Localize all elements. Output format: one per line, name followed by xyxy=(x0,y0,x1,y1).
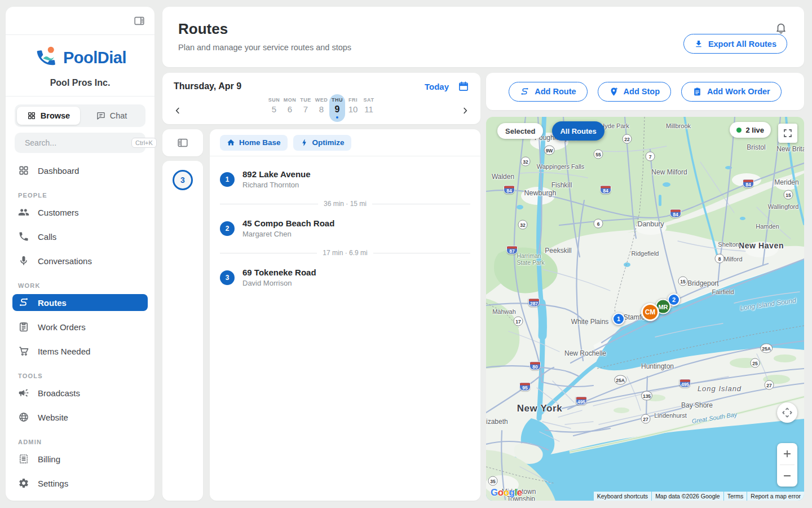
travel-leg-label: 17 min · 6.9 mi xyxy=(323,249,367,257)
phone-icon xyxy=(18,231,29,242)
sidebar-item-customers[interactable]: Customers xyxy=(12,204,148,221)
action-button-label: Add Work Order xyxy=(707,87,770,96)
optimize-chip[interactable]: Optimize xyxy=(293,135,351,151)
sidebar-item-dashboard[interactable]: Dashboard xyxy=(12,162,148,179)
route-stop-count-badge[interactable]: 3 xyxy=(173,170,193,190)
selected-map-toggle[interactable]: Selected xyxy=(497,123,543,139)
nav-section-heading: TOOLS xyxy=(12,367,148,384)
google-logo[interactable]: Google xyxy=(491,487,522,498)
tab-label: Browse xyxy=(41,111,70,120)
globe-icon xyxy=(18,411,29,423)
stop-row[interactable]: 245 Compo Beach RoadMargaret Chen xyxy=(220,211,470,246)
sidebar-item-items-needed[interactable]: Items Needed xyxy=(12,343,148,360)
selected-day-dot xyxy=(289,116,291,118)
attribution-item[interactable]: Report a map error xyxy=(747,492,804,501)
stop-customer: Margaret Chen xyxy=(242,230,334,238)
selected-day-dot xyxy=(304,116,307,118)
live-badge[interactable]: 2 live xyxy=(730,122,771,138)
sidebar-item-website[interactable]: Website xyxy=(12,409,148,426)
sidebar-item-label: Conversations xyxy=(38,256,92,266)
prev-week-icon[interactable] xyxy=(173,106,183,116)
day-mon[interactable]: MON6 xyxy=(282,94,298,121)
map-marker-cm[interactable]: CM xyxy=(641,303,659,321)
stop-address: 45 Compo Beach Road xyxy=(242,218,334,228)
calendar-icon[interactable] xyxy=(458,81,469,92)
brand-block: PoolDial Pool Pros Inc. xyxy=(6,35,155,97)
sidebar-item-conversations[interactable]: Conversations xyxy=(12,252,148,269)
nav-section-heading: WORK xyxy=(12,277,148,294)
megaphone-icon xyxy=(18,387,29,398)
brand-logo-icon xyxy=(34,45,59,70)
stop-list-panel: Home BaseOptimize 1892 Lake AvenueRichar… xyxy=(210,129,480,501)
sidebar-item-label: Broadcasts xyxy=(38,388,80,398)
pan-control[interactable] xyxy=(777,402,797,423)
day-number: 11 xyxy=(364,104,373,114)
stop-row[interactable]: 369 Tokeneke RoadDavid Morrison xyxy=(220,260,470,295)
export-all-routes-button[interactable]: Export All Routes xyxy=(683,34,787,54)
stop-address: 69 Tokeneke Road xyxy=(242,268,316,277)
live-dot-icon xyxy=(736,128,742,133)
day-number: 10 xyxy=(348,104,358,114)
map-markers-layer: 12MRCM xyxy=(486,117,804,501)
next-week-icon[interactable] xyxy=(460,106,470,116)
collapse-sidebar-icon[interactable] xyxy=(133,15,145,27)
day-wed[interactable]: WED8 xyxy=(314,94,329,121)
company-name: Pool Pros Inc. xyxy=(6,78,155,88)
sidebar-header xyxy=(6,7,155,35)
travel-leg: 36 min · 15 mi xyxy=(220,200,470,208)
stop-customer: David Morrison xyxy=(242,279,316,287)
home-base-chip[interactable]: Home Base xyxy=(220,135,288,151)
pin-plus-icon xyxy=(609,87,619,97)
sidebar-item-label: Calls xyxy=(38,232,56,242)
day-thu[interactable]: THU9 xyxy=(329,94,345,122)
sidebar-item-label: Customers xyxy=(38,208,79,217)
day-tue[interactable]: TUE7 xyxy=(298,94,314,121)
sidebar-item-label: Billing xyxy=(38,454,60,464)
day-fri[interactable]: FRI10 xyxy=(345,94,361,121)
clipboard-icon xyxy=(18,321,29,332)
sidebar-item-broadcasts[interactable]: Broadcasts xyxy=(12,384,148,401)
add-work-order-button[interactable]: Add Work Order xyxy=(681,82,782,102)
zoom-in-button[interactable] xyxy=(777,443,797,465)
sidebar-item-calls[interactable]: Calls xyxy=(12,228,148,245)
search-shortcut: Ctrl+K xyxy=(131,138,157,148)
attribution-item[interactable]: Keyboard shortcuts xyxy=(594,492,651,501)
fullscreen-button[interactable] xyxy=(778,124,797,143)
search-box[interactable]: Ctrl+K xyxy=(15,133,145,153)
today-button[interactable]: Today xyxy=(425,82,449,91)
day-sun[interactable]: SUN5 xyxy=(266,94,282,121)
action-button-label: Add Stop xyxy=(624,87,660,96)
download-icon xyxy=(694,40,703,49)
stop-row[interactable]: 1892 Lake AvenueRichard Thornton xyxy=(220,162,470,196)
travel-leg: 17 min · 6.9 mi xyxy=(220,249,470,257)
sidebar-item-routes[interactable]: Routes xyxy=(12,294,148,311)
tab-browse[interactable]: Browse xyxy=(17,107,80,125)
route-list-collapse[interactable] xyxy=(162,129,203,156)
map-marker-1[interactable]: 1 xyxy=(612,313,625,325)
grid-icon xyxy=(27,111,36,120)
day-sat[interactable]: SAT11 xyxy=(361,94,377,121)
attribution-item[interactable]: Terms xyxy=(724,492,747,501)
zoom-control xyxy=(777,443,797,487)
selected-day-dot xyxy=(352,116,354,118)
all-routes-map-toggle[interactable]: All Routes xyxy=(552,121,604,141)
search-input[interactable] xyxy=(25,138,127,147)
day-number: 7 xyxy=(303,104,308,114)
selected-day-dot xyxy=(336,116,338,119)
sidebar-item-work-orders[interactable]: Work Orders xyxy=(12,318,148,335)
tab-chat[interactable]: Chat xyxy=(80,107,143,125)
dashboard-icon xyxy=(18,165,29,176)
route-icon xyxy=(520,87,529,97)
sidebar-nav: DashboardPEOPLECustomersCallsConversatio… xyxy=(6,155,155,501)
sidebar-item-billing[interactable]: Billing xyxy=(12,450,148,467)
stop-number-badge: 3 xyxy=(220,270,235,285)
zoom-out-button[interactable] xyxy=(777,465,797,487)
sidebar-item-label: Work Orders xyxy=(38,322,86,332)
stop-number-badge: 2 xyxy=(220,221,235,236)
attribution-item[interactable]: Map data ©2026 Google xyxy=(652,492,723,501)
add-stop-button[interactable]: Add Stop xyxy=(598,82,671,102)
route-actions-bar: Add RouteAdd StopAdd Work Order xyxy=(486,73,804,110)
map[interactable]: Hyde ParkMillbrookPoughkeepsieWappingers… xyxy=(486,117,804,501)
sidebar-item-settings[interactable]: Settings xyxy=(12,475,148,492)
add-route-button[interactable]: Add Route xyxy=(509,82,587,102)
